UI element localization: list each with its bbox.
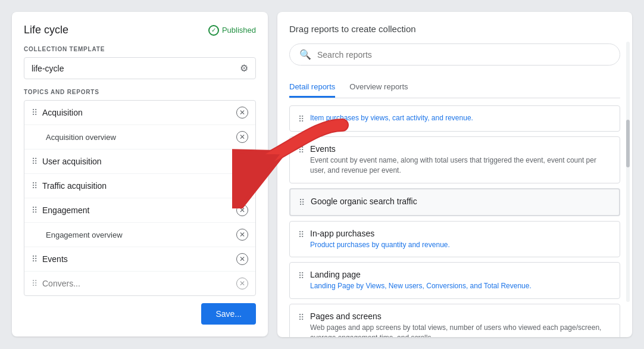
published-label: Published [222,26,256,35]
report-name: In-app purchases [310,229,611,238]
scrollbar-track [626,42,630,302]
report-name: Traffic acquisition [42,181,107,191]
remove-button[interactable]: ✕ [236,278,248,289]
save-button[interactable]: Save... [201,303,256,325]
report-content: Landing page Landing Page by Views, New … [310,270,611,291]
drag-handle-icon: ⠿ [298,145,304,155]
report-desc: Event count by event name, along with to… [310,155,611,176]
report-name: Events [42,254,68,264]
topic-name: Acquisition [42,108,83,117]
topic-row: ⠿ User acquisition [32,157,236,166]
report-name: Convers... [42,279,80,288]
drag-handle-icon: ⠿ [32,254,37,264]
drag-handle-icon: ⠿ [32,181,37,191]
drag-handle-icon: ⠿ [299,198,305,207]
report-name: User acquisition [42,157,102,166]
list-item: ⠿ Events ✕ [24,247,255,272]
template-select[interactable]: life-cycle ⚙ [24,57,256,79]
page-title: Life cycle [24,24,68,36]
tab-detail-reports[interactable]: Detail reports [289,77,335,98]
topic-row: ⠿ Events [32,254,236,264]
drag-handle-icon: ⠿ [298,313,304,322]
report-content: Events Event count by event name, along … [310,144,611,176]
report-name: Events [310,144,611,154]
topic-row: Acquisition overview [46,133,236,142]
remove-button[interactable]: ✕ [236,253,248,265]
search-icon: 🔍 [299,49,311,60]
report-content: Item purchases by views, cart activity, … [310,113,611,123]
topic-name: Engagement [42,205,89,215]
list-item: Acquisition overview ✕ [24,125,255,149]
drag-handle-icon: ⠿ [298,271,304,281]
list-item: ⠿ Engagement ✕ [24,198,255,223]
list-item: ⠿ Landing page Landing Page by Views, Ne… [289,262,620,299]
drag-handle-icon: ⠿ [32,279,37,288]
topic-row: Engagement overview [46,230,236,239]
right-panel: Drag reports to create collection 🔍 Deta… [277,12,632,337]
topic-row: ⠿ Engagement [32,205,236,215]
remove-button[interactable]: ✕ [236,107,248,119]
list-item: ⠿ Pages and screens Web pages and app sc… [289,304,620,337]
collection-template-label: COLLECTION TEMPLATE [24,46,256,52]
report-content: In-app purchases Product purchases by qu… [310,229,611,250]
settings-icon: ⚙ [240,63,248,74]
list-item: ⠿ Traffic acquisition ✕ [24,174,255,198]
topics-label: TOPICS AND REPORTS [24,89,256,95]
list-item: ⠿ Events Event count by event name, alon… [289,136,620,183]
published-icon: ✓ [208,25,219,36]
drag-handle-icon: ⠿ [32,205,37,215]
sub-item-name: Acquisition overview [46,133,116,142]
right-panel-title: Drag reports to create collection [289,24,620,34]
topic-row: ⠿ Convers... [32,279,236,288]
published-badge: ✓ Published [208,25,256,36]
list-item: ⠿ Convers... ✕ [24,272,255,295]
report-name: Google organic search traffic [311,197,611,206]
list-item: ⠿ In-app purchases Product purchases by … [289,221,620,258]
search-input[interactable] [317,50,610,60]
topic-row: ⠿ Traffic acquisition [32,181,236,191]
report-content: Google organic search traffic [311,197,611,208]
tabs-container: Detail reports Overview reports [289,77,620,98]
drag-handle-icon: ⠿ [298,114,304,124]
template-value: life-cycle [32,64,64,73]
reports-list: ⠿ Item purchases by views, cart activity… [289,105,620,337]
remove-button[interactable]: ✕ [236,229,248,241]
remove-button[interactable]: ✕ [236,204,248,216]
report-desc: Product purchases by quantity and revenu… [310,240,611,250]
report-desc: Web pages and app screens by total views… [310,323,611,337]
remove-button[interactable]: ✕ [236,155,248,167]
topic-row: ⠿ Acquisition [32,108,236,117]
scrollbar-thumb[interactable] [626,120,630,167]
list-item: Engagement overview ✕ [24,223,255,247]
drag-handle-icon: ⠿ [32,108,37,117]
tab-overview-reports[interactable]: Overview reports [349,77,408,98]
remove-button[interactable]: ✕ [236,180,248,192]
remove-button[interactable]: ✕ [236,131,248,143]
drag-handle-icon: ⠿ [32,157,37,166]
sub-item-name: Engagement overview [46,230,123,239]
report-name: Landing page [310,270,611,279]
report-content: Pages and screens Web pages and app scre… [310,311,611,337]
list-item: ⠿ User acquisition ✕ [24,149,255,174]
left-panel: Life cycle ✓ Published COLLECTION TEMPLA… [12,12,268,336]
drag-handle-icon: ⠿ [298,230,304,239]
save-btn-container: Save... [24,303,256,325]
left-header: Life cycle ✓ Published [24,24,256,36]
report-name: Pages and screens [310,311,611,321]
search-box[interactable]: 🔍 [289,43,620,66]
list-item: ⠿ Google organic search traffic [289,188,620,216]
report-desc: Item purchases by views, cart activity, … [310,113,611,123]
list-item: ⠿ Acquisition ✕ [24,101,255,125]
topics-list: ⠿ Acquisition ✕ Acquisition overview ✕ ⠿… [24,100,256,296]
report-desc: Landing Page by Views, New users, Conver… [310,281,611,291]
list-item: ⠿ Item purchases by views, cart activity… [289,105,620,132]
